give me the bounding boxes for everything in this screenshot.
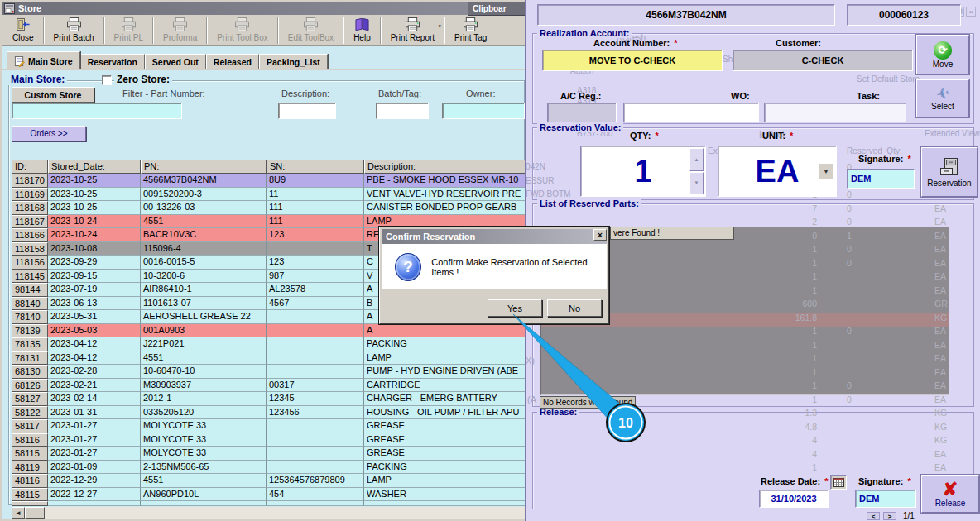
calendar-button[interactable]: [830, 475, 847, 490]
table-row[interactable]: 581162023-01-27MOLYCOTE 33GREASE: [12, 433, 526, 447]
cell-stored-date[interactable]: 2023-02-21: [48, 379, 141, 393]
cell-pn[interactable]: 4551: [141, 215, 267, 229]
wo-field[interactable]: [623, 103, 759, 122]
account-number-field[interactable]: MOVE TO C-CHECK: [542, 50, 723, 71]
scrollbar-thumb[interactable]: [25, 507, 45, 519]
table-row[interactable]: 481192023-01-092-135NM506-65PACKING: [12, 461, 526, 475]
column-header-sn[interactable]: SN:: [267, 160, 364, 174]
table-row[interactable]: 781392023-05-03001A0903A: [12, 324, 526, 338]
cell-description[interactable]: PACKING: [364, 337, 526, 351]
cell-sn[interactable]: 11: [267, 188, 364, 202]
cell-pn[interactable]: MOLYCOTE 33: [141, 419, 267, 433]
cell-pn[interactable]: MOLYCOTE 33: [141, 447, 267, 461]
cell-stored-date[interactable]: 2023-07-19: [48, 283, 141, 297]
table-row[interactable]: 781312023-04-124551LAMP: [12, 351, 526, 366]
tab-main-store[interactable]: Main Store: [7, 51, 80, 69]
customer-field[interactable]: C-CHECK: [733, 50, 913, 71]
cell-description[interactable]: CANISTER BONDED PROP GEARB: [364, 201, 526, 215]
cell-stored-date[interactable]: 2023-05-03: [48, 324, 141, 338]
cell-sn[interactable]: 454: [267, 488, 364, 502]
horizontal-scrollbar[interactable]: ◄: [12, 507, 526, 519]
cell-sn[interactable]: [267, 365, 364, 379]
cell-pn[interactable]: AN960PD10L: [141, 488, 267, 502]
cell-id[interactable]: 118168: [12, 201, 48, 215]
cell-stored-date[interactable]: 2023-01-31: [48, 406, 141, 420]
table-row[interactable]: 581272023-02-142012-112345CHARGER - EMER…: [12, 392, 526, 406]
cell-id[interactable]: 118167: [12, 215, 48, 229]
table-row[interactable]: 581152023-01-27MOLYCOTE 33GREASE: [12, 447, 526, 461]
signature-field[interactable]: DEM: [847, 169, 915, 189]
cell-id[interactable]: 78131: [12, 351, 48, 366]
cell-pn[interactable]: 2012-1: [141, 392, 267, 406]
cell-id[interactable]: 58127: [12, 392, 48, 406]
cell-stored-date[interactable]: 2023-01-27: [48, 433, 141, 447]
cell-sn[interactable]: [267, 242, 364, 256]
unit-select[interactable]: EA ▼: [718, 146, 837, 197]
cell-id[interactable]: 58115: [12, 447, 48, 461]
qty-spin-buttons[interactable]: ▲ ▼: [689, 148, 704, 194]
cell-stored-date[interactable]: 2022-12-27: [48, 488, 141, 502]
cell-sn[interactable]: 111: [267, 201, 364, 215]
cell-sn[interactable]: 4567: [267, 297, 364, 311]
cell-description[interactable]: WASHER: [364, 488, 526, 502]
cell-id[interactable]: 58122: [12, 406, 48, 420]
cell-sn[interactable]: 123: [267, 256, 364, 270]
ac-reg-field[interactable]: [547, 103, 617, 122]
cell-id[interactable]: 78140: [12, 310, 48, 324]
release-signature-field[interactable]: DEM: [855, 490, 916, 508]
cell-stored-date[interactable]: 2023-06-13: [48, 297, 141, 311]
table-row[interactable]: 581172023-01-27MOLYCOTE 33GREASE: [12, 419, 526, 433]
cell-stored-date[interactable]: 2023-10-08: [48, 242, 141, 256]
cell-pn[interactable]: 0335205120: [141, 406, 267, 420]
pager-next-button[interactable]: >: [883, 512, 896, 520]
cell-stored-date[interactable]: 2023-01-27: [48, 447, 141, 461]
cell-id[interactable]: 68126: [12, 379, 48, 393]
cell-stored-date[interactable]: 2023-09-29: [48, 256, 141, 270]
cell-id[interactable]: 78139: [12, 324, 48, 338]
reservation-button[interactable]: Reservation: [921, 147, 978, 197]
cell-description[interactable]: PUMP - HYD ENGINE DRIVEN (ABE: [364, 365, 526, 379]
column-header-id[interactable]: ID:: [12, 160, 48, 174]
table-row[interactable]: 681262023-02-21M3090393700317CARTRIDGE: [12, 379, 526, 393]
cell-stored-date[interactable]: 2023-10-25: [48, 201, 141, 215]
cell-id[interactable]: 48116: [12, 474, 48, 488]
cell-description[interactable]: LAMP: [364, 474, 526, 488]
zero-store-checkbox[interactable]: [102, 75, 112, 85]
table-row[interactable]: 481152022-12-27AN960PD10L454WASHER: [12, 488, 526, 502]
cell-description[interactable]: LAMP: [364, 351, 526, 366]
cell-description[interactable]: PACKING: [364, 461, 526, 475]
cell-pn[interactable]: 001A0903: [141, 324, 267, 338]
dialog-titlebar[interactable]: Confirm Reservation: [382, 229, 607, 244]
clipboard-window-fragment[interactable]: Clipboar: [468, 2, 526, 16]
table-row[interactable]: 581222023-01-310335205120123456HOUSING -…: [12, 406, 526, 420]
table-row[interactable]: 481162022-12-294551125364576879809LAMP: [12, 474, 526, 488]
qty-stepper[interactable]: 1 ▲ ▼: [580, 146, 706, 197]
table-row[interactable]: 1181692023-10-250091520200-311VENT VALVE…: [12, 188, 526, 202]
cell-sn[interactable]: [267, 310, 364, 324]
pager-prev-button[interactable]: <: [867, 512, 880, 520]
cell-id[interactable]: 118145: [12, 270, 48, 284]
task-field[interactable]: [764, 103, 906, 122]
owner-filter-input[interactable]: [442, 103, 525, 119]
yes-button[interactable]: Yes: [488, 299, 542, 317]
cell-stored-date[interactable]: 2023-10-25: [48, 174, 141, 188]
toolbar-button-print-report[interactable]: ▾Print Report: [385, 17, 440, 45]
cell-pn[interactable]: BACR10V3C: [141, 228, 267, 242]
cell-sn[interactable]: [267, 461, 364, 475]
cell-stored-date[interactable]: 2023-02-28: [48, 365, 141, 379]
batch-tag-filter-input[interactable]: [376, 103, 429, 119]
table-row[interactable]: 1181702023-10-254566M37B042NM8U9PBE - SM…: [12, 174, 526, 188]
cell-stored-date[interactable]: 2023-10-24: [48, 228, 141, 242]
cell-sn[interactable]: 00317: [267, 379, 364, 393]
cell-pn[interactable]: 10-60470-10: [141, 365, 267, 379]
cell-stored-date[interactable]: 2023-10-24: [48, 215, 141, 229]
cell-stored-date[interactable]: 2023-01-27: [48, 419, 141, 433]
cell-pn[interactable]: MOLYCOTE 33: [141, 433, 267, 447]
cell-sn[interactable]: 12345: [267, 392, 364, 406]
move-button[interactable]: ⟳ Move: [916, 35, 969, 74]
no-button[interactable]: No: [547, 299, 602, 317]
cell-id[interactable]: 68130: [12, 365, 48, 379]
toolbar-button-close[interactable]: Close: [7, 17, 40, 45]
dialog-close-button[interactable]: ×: [593, 229, 607, 241]
cell-id[interactable]: 48119: [12, 461, 48, 475]
